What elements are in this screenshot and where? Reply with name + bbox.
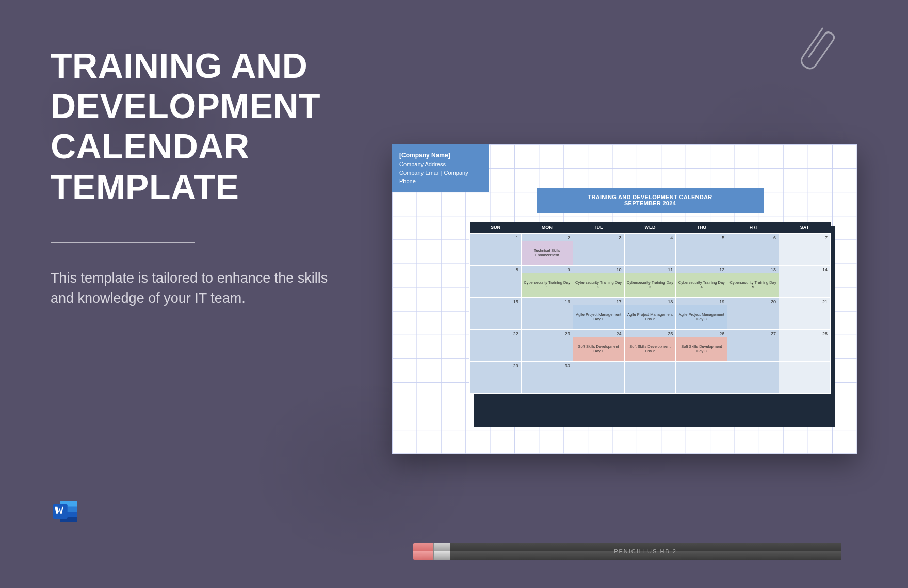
day-header: SAT — [779, 222, 831, 234]
calendar-event: Cybersecurity Training Day 1 — [522, 273, 573, 297]
title-line-4: TEMPLATE — [51, 167, 320, 207]
calendar-cell: 12Cybersecurity Training Day 4 — [676, 266, 727, 298]
calendar-event: Cybersecurity Training Day 3 — [625, 273, 676, 297]
calendar-cell — [727, 362, 779, 394]
day-header: FRI — [727, 222, 779, 234]
day-header: TUE — [573, 222, 624, 234]
company-box: [Company Name] Company Address Company E… — [392, 144, 489, 192]
day-header: WED — [624, 222, 676, 234]
calendar-row: 222324Soft Skills Development Day 125Sof… — [470, 330, 831, 362]
calendar-cell: 29 — [470, 362, 522, 394]
pencil-body: PENICILLUS HB 2 — [450, 543, 841, 560]
calendar-wrap: SUNMONTUEWEDTHUFRISAT 12Technical Skills… — [469, 222, 831, 394]
calendar-cell: 26Soft Skills Development Day 3 — [676, 330, 727, 362]
calendar-cell: 16 — [521, 298, 573, 330]
company-address: Company Address — [399, 160, 482, 169]
template-preview: [Company Name] Company Address Company E… — [392, 144, 857, 454]
calendar-cell: 1 — [470, 234, 522, 266]
word-icon — [51, 497, 79, 526]
calendar-event: Agile Project Management Day 2 — [625, 305, 676, 329]
calendar-cell: 24Soft Skills Development Day 1 — [573, 330, 624, 362]
calendar-cell: 21 — [779, 298, 831, 330]
calendar-event: Technical Skills Enhancement — [522, 241, 573, 265]
calendar-row: 151617Agile Project Management Day 118Ag… — [470, 298, 831, 330]
calendar-cell: 5 — [676, 234, 727, 266]
calendar-cell — [573, 362, 624, 394]
calendar-event: Cybersecurity Training Day 4 — [676, 273, 727, 297]
calendar-event: Soft Skills Development Day 1 — [573, 337, 624, 361]
calendar-cell: 28 — [779, 330, 831, 362]
calendar-event: Soft Skills Development Day 2 — [625, 337, 676, 361]
calendar-event: Agile Project Management Day 1 — [573, 305, 624, 329]
calendar-cell: 19Agile Project Management Day 3 — [676, 298, 727, 330]
description: This template is tailored to enhance the… — [51, 268, 339, 308]
day-header: MON — [521, 222, 573, 234]
calendar-cell: 10Cybersecurity Training Day 2 — [573, 266, 624, 298]
title-line-1: TRAINING AND — [51, 45, 320, 86]
calendar-cell: 11Cybersecurity Training Day 3 — [624, 266, 676, 298]
calendar-cell: 13Cybersecurity Training Day 5 — [727, 266, 779, 298]
pencil-label: PENICILLUS HB 2 — [614, 548, 677, 554]
calendar-cell: 3 — [573, 234, 624, 266]
calendar-title-l2: SEPTEMBER 2024 — [624, 200, 676, 206]
pencil-ferrule — [433, 543, 451, 560]
calendar-row: 2930 — [470, 362, 831, 394]
calendar-cell — [779, 362, 831, 394]
calendar-cell: 22 — [470, 330, 522, 362]
calendar-cell: 14 — [779, 266, 831, 298]
calendar-cell: 17Agile Project Management Day 1 — [573, 298, 624, 330]
company-name: [Company Name] — [399, 151, 482, 160]
calendar-cell: 30 — [521, 362, 573, 394]
divider — [51, 242, 195, 243]
calendar-cell: 20 — [727, 298, 779, 330]
day-header: SUN — [470, 222, 522, 234]
calendar-table: SUNMONTUEWEDTHUFRISAT 12Technical Skills… — [469, 222, 831, 394]
calendar-event: Cybersecurity Training Day 5 — [727, 273, 779, 297]
calendar-cell — [676, 362, 727, 394]
title-line-3: CALENDAR — [51, 126, 320, 166]
calendar-cell: 4 — [624, 234, 676, 266]
calendar-cell: 8 — [470, 266, 522, 298]
title-line-2: DEVELOPMENT — [51, 86, 320, 126]
calendar-cell: 18Agile Project Management Day 2 — [624, 298, 676, 330]
calendar-event: Soft Skills Development Day 3 — [676, 337, 727, 361]
pencil-icon: PENICILLUS HB 2 — [413, 543, 841, 560]
calendar-event: Agile Project Management Day 3 — [676, 305, 727, 329]
calendar-cell: 6 — [727, 234, 779, 266]
calendar-cell: 9Cybersecurity Training Day 1 — [521, 266, 573, 298]
paperclip-icon — [789, 25, 862, 87]
pencil-eraser — [413, 543, 434, 560]
calendar-cell: 25Soft Skills Development Day 2 — [624, 330, 676, 362]
calendar-row: 89Cybersecurity Training Day 110Cybersec… — [470, 266, 831, 298]
calendar-cell: 7 — [779, 234, 831, 266]
page-title: TRAINING AND DEVELOPMENT CALENDAR TEMPLA… — [51, 45, 320, 207]
calendar-event: Cybersecurity Training Day 2 — [573, 273, 624, 297]
company-contact: Company Email | Company Phone — [399, 169, 482, 186]
calendar-title-l1: TRAINING AND DEVELOPMENT CALENDAR — [588, 194, 712, 200]
calendar-row: 12Technical Skills Enhancement34567 — [470, 234, 831, 266]
day-header: THU — [676, 222, 727, 234]
calendar-cell: 23 — [521, 330, 573, 362]
calendar-cell: 27 — [727, 330, 779, 362]
calendar-cell — [624, 362, 676, 394]
calendar-cell: 15 — [470, 298, 522, 330]
calendar-title: TRAINING AND DEVELOPMENT CALENDAR SEPTEM… — [537, 188, 764, 213]
calendar-cell: 2Technical Skills Enhancement — [521, 234, 573, 266]
